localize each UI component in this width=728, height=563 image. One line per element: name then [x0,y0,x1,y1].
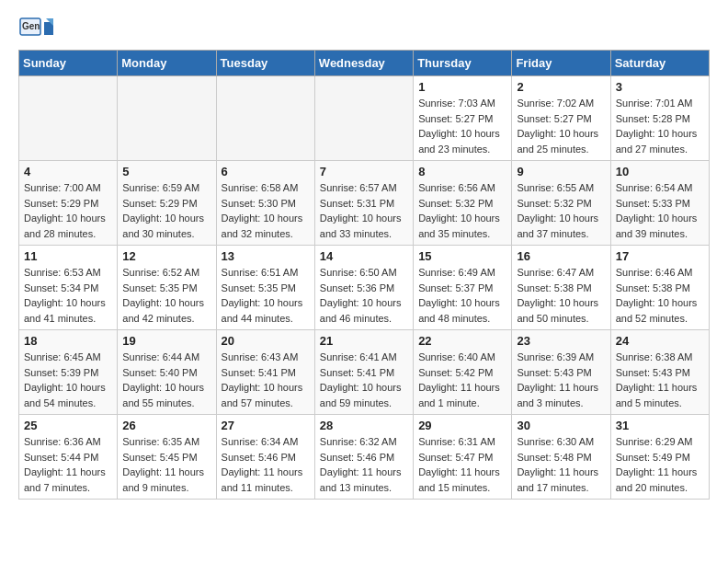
sunset-label: Sunset: 5:43 PM [616,367,690,378]
sunset-label: Sunset: 5:33 PM [616,198,690,209]
daylight-label: Daylight: 10 hours and 57 minutes. [222,382,303,408]
daylight-label: Daylight: 11 hours and 15 minutes. [418,466,500,493]
sunrise-label: Sunrise: 6:50 AM [320,267,397,278]
sunset-label: Sunset: 5:48 PM [517,452,591,463]
sunrise-label: Sunrise: 6:45 AM [24,351,101,362]
day-detail: Sunrise: 6:52 AMSunset: 5:35 PMDaylight:… [122,265,210,326]
daylight-label: Daylight: 10 hours and 23 minutes. [418,128,500,155]
day-number: 3 [616,80,704,94]
day-number: 30 [517,419,605,432]
day-number: 14 [320,249,408,263]
daylight-label: Daylight: 10 hours and 35 minutes. [418,213,500,239]
daylight-label: Daylight: 10 hours and 27 minutes. [616,128,698,155]
day-detail: Sunrise: 6:58 AMSunset: 5:30 PMDaylight:… [222,180,310,241]
calendar-cell: 13Sunrise: 6:51 AMSunset: 5:35 PMDayligh… [216,246,314,330]
day-detail: Sunrise: 6:36 AMSunset: 5:44 PMDaylight:… [24,434,112,495]
sunset-label: Sunset: 5:35 PM [122,282,197,293]
sunset-label: Sunset: 5:31 PM [320,198,394,209]
sunrise-label: Sunrise: 6:32 AM [320,436,397,447]
day-header-monday: Monday [118,51,216,76]
day-detail: Sunrise: 6:54 AMSunset: 5:33 PMDaylight:… [616,180,704,241]
day-number: 26 [122,419,210,432]
sunrise-label: Sunrise: 6:51 AM [222,267,299,278]
calendar-cell: 19Sunrise: 6:44 AMSunset: 5:40 PMDayligh… [118,330,216,415]
daylight-label: Daylight: 10 hours and 55 minutes. [122,382,204,408]
sunset-label: Sunset: 5:38 PM [616,282,690,293]
day-detail: Sunrise: 6:47 AMSunset: 5:38 PMDaylight:… [517,265,605,326]
day-detail: Sunrise: 6:29 AMSunset: 5:49 PMDaylight:… [616,434,704,495]
daylight-label: Daylight: 10 hours and 42 minutes. [122,297,204,324]
calendar-cell: 1Sunrise: 7:03 AMSunset: 5:27 PMDaylight… [414,76,512,161]
day-number: 29 [418,419,506,432]
sunrise-label: Sunrise: 6:59 AM [122,182,199,193]
calendar-cell: 17Sunrise: 6:46 AMSunset: 5:38 PMDayligh… [610,246,709,330]
calendar-header-row: SundayMondayTuesdayWednesdayThursdayFrid… [19,51,710,76]
sunrise-label: Sunrise: 6:40 AM [418,351,495,362]
day-detail: Sunrise: 6:50 AMSunset: 5:36 PMDaylight:… [320,265,408,326]
calendar-cell: 6Sunrise: 6:58 AMSunset: 5:30 PMDaylight… [216,161,314,246]
day-number: 7 [320,165,408,178]
day-number: 10 [616,165,704,178]
day-number: 20 [222,334,310,348]
daylight-label: Daylight: 10 hours and 50 minutes. [517,297,598,324]
calendar-cell: 21Sunrise: 6:41 AMSunset: 5:41 PMDayligh… [314,330,413,415]
daylight-label: Daylight: 10 hours and 41 minutes. [24,297,106,324]
calendar-body: 1Sunrise: 7:03 AMSunset: 5:27 PMDaylight… [19,76,710,500]
day-number: 16 [517,249,605,263]
sunset-label: Sunset: 5:47 PM [418,452,493,463]
day-number: 2 [517,80,605,94]
day-detail: Sunrise: 6:53 AMSunset: 5:34 PMDaylight:… [24,265,112,326]
sunrise-label: Sunrise: 6:35 AM [122,436,199,447]
calendar-cell: 2Sunrise: 7:02 AMSunset: 5:27 PMDaylight… [512,76,610,161]
sunrise-label: Sunrise: 6:46 AM [616,267,693,278]
calendar-cell: 28Sunrise: 6:32 AMSunset: 5:46 PMDayligh… [314,415,413,500]
sunset-label: Sunset: 5:30 PM [222,198,296,209]
day-number: 5 [122,165,210,178]
calendar-cell: 23Sunrise: 6:39 AMSunset: 5:43 PMDayligh… [512,330,610,415]
daylight-label: Daylight: 11 hours and 13 minutes. [320,466,402,493]
daylight-label: Daylight: 11 hours and 20 minutes. [616,466,698,493]
day-number: 11 [24,249,112,263]
sunrise-label: Sunrise: 6:54 AM [616,182,693,193]
day-detail: Sunrise: 6:55 AMSunset: 5:32 PMDaylight:… [517,180,605,241]
logo-icon: Gen [18,15,53,42]
sunrise-label: Sunrise: 6:44 AM [122,351,199,362]
calendar-cell: 29Sunrise: 6:31 AMSunset: 5:47 PMDayligh… [414,415,512,500]
sunrise-label: Sunrise: 6:53 AM [24,267,101,278]
daylight-label: Daylight: 10 hours and 48 minutes. [418,297,500,324]
day-detail: Sunrise: 6:34 AMSunset: 5:46 PMDaylight:… [222,434,310,495]
sunset-label: Sunset: 5:42 PM [418,367,493,378]
sunset-label: Sunset: 5:36 PM [320,282,394,293]
sunrise-label: Sunrise: 6:36 AM [24,436,101,447]
day-number: 23 [517,334,605,348]
sunrise-label: Sunrise: 6:57 AM [320,182,397,193]
sunset-label: Sunset: 5:46 PM [222,452,296,463]
svg-text:Gen: Gen [22,21,40,31]
calendar-cell: 9Sunrise: 6:55 AMSunset: 5:32 PMDaylight… [512,161,610,246]
calendar-cell: 26Sunrise: 6:35 AMSunset: 5:45 PMDayligh… [118,415,216,500]
daylight-label: Daylight: 11 hours and 9 minutes. [122,466,204,493]
day-number: 15 [418,249,506,263]
day-number: 12 [122,249,210,263]
calendar-cell: 12Sunrise: 6:52 AMSunset: 5:35 PMDayligh… [118,246,216,330]
calendar-cell: 27Sunrise: 6:34 AMSunset: 5:46 PMDayligh… [216,415,314,500]
calendar-cell: 3Sunrise: 7:01 AMSunset: 5:28 PMDaylight… [610,76,709,161]
daylight-label: Daylight: 10 hours and 54 minutes. [24,382,106,408]
day-detail: Sunrise: 6:59 AMSunset: 5:29 PMDaylight:… [122,180,210,241]
day-detail: Sunrise: 6:40 AMSunset: 5:42 PMDaylight:… [418,350,506,410]
day-number: 18 [24,334,112,348]
sunrise-label: Sunrise: 6:29 AM [616,436,693,447]
daylight-label: Daylight: 10 hours and 46 minutes. [320,297,402,324]
calendar-cell [118,76,216,161]
sunset-label: Sunset: 5:29 PM [24,198,98,209]
sunrise-label: Sunrise: 6:58 AM [222,182,299,193]
sunset-label: Sunset: 5:29 PM [122,198,197,209]
calendar-cell: 22Sunrise: 6:40 AMSunset: 5:42 PMDayligh… [414,330,512,415]
daylight-label: Daylight: 11 hours and 17 minutes. [517,466,598,493]
calendar-week-4: 18Sunrise: 6:45 AMSunset: 5:39 PMDayligh… [19,330,710,415]
sunset-label: Sunset: 5:44 PM [24,452,98,463]
day-header-wednesday: Wednesday [314,51,413,76]
day-detail: Sunrise: 7:01 AMSunset: 5:28 PMDaylight:… [616,96,704,156]
day-detail: Sunrise: 7:02 AMSunset: 5:27 PMDaylight:… [517,96,605,156]
sunrise-label: Sunrise: 6:43 AM [222,351,299,362]
